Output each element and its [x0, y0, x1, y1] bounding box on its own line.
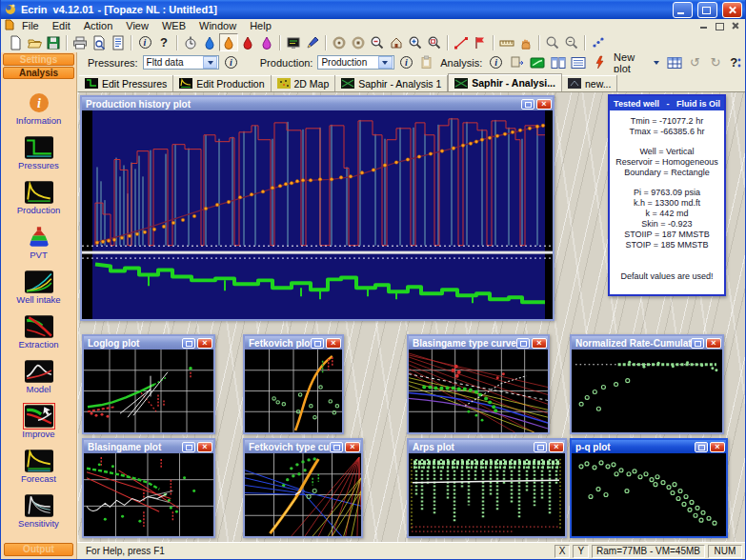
close-button[interactable]: × [532, 338, 547, 349]
blasingame-type-canvas[interactable] [409, 350, 548, 432]
copy-analysis-icon[interactable] [508, 53, 526, 71]
magenta-drop-icon[interactable] [257, 33, 276, 51]
close-button[interactable]: × [536, 99, 552, 110]
grid-icon[interactable] [665, 53, 683, 71]
close-button[interactable]: × [345, 442, 360, 452]
document-icon[interactable] [4, 19, 15, 32]
close-button[interactable]: × [326, 338, 341, 349]
sidebar-item-sensitivity[interactable]: Sensitivity [1, 494, 76, 539]
sidebar-item-well-intake[interactable]: Well intake [1, 270, 76, 315]
sidebar-item-extraction[interactable]: Extraction [1, 315, 76, 360]
orange-drop-icon[interactable] [219, 33, 238, 51]
maximize-button[interactable] [516, 338, 530, 349]
tab-saphir-analysis-2[interactable]: Saphir - Analysi... [448, 73, 562, 91]
close-button[interactable] [722, 2, 742, 18]
blasingame-canvas[interactable] [84, 453, 213, 536]
magnifier-minus-icon[interactable] [543, 33, 562, 51]
analysis-info-icon[interactable]: i [487, 53, 505, 71]
sidebar-tab-analysis[interactable]: Analysis [3, 67, 74, 79]
flag-icon[interactable] [471, 33, 490, 51]
blasingame-titlebar[interactable]: Blasingame plot × [84, 440, 213, 453]
print-preview-icon[interactable] [90, 33, 109, 51]
tab-new[interactable]: new... [562, 75, 617, 91]
restore-button[interactable] [697, 2, 717, 18]
close-button[interactable]: × [197, 338, 212, 349]
window-panes-icon[interactable] [549, 53, 567, 71]
maximize-button[interactable] [182, 442, 195, 452]
normalized-titlebar[interactable]: Normalized Rate-Cumulative × [572, 336, 722, 350]
close-button[interactable]: × [706, 338, 721, 349]
sidebar-item-information[interactable]: i Information [1, 91, 76, 136]
menu-window[interactable]: Window [192, 20, 243, 31]
maximize-button[interactable] [182, 338, 195, 349]
stopwatch-qaqc-icon[interactable] [181, 33, 200, 51]
zoom-window-icon[interactable] [425, 33, 444, 51]
pq-canvas[interactable] [572, 453, 726, 536]
report-icon[interactable] [109, 33, 128, 51]
sidebar-item-pressures[interactable]: Pressures [1, 136, 76, 181]
maximize-button[interactable] [330, 442, 343, 452]
arps-canvas[interactable] [409, 453, 565, 536]
maximize-button[interactable] [534, 442, 547, 452]
production-info-icon[interactable]: i [397, 53, 415, 71]
production-select[interactable]: Production [317, 55, 394, 70]
sidebar-item-model[interactable]: Model [1, 360, 76, 405]
get-points-icon[interactable] [589, 33, 608, 51]
loglog-titlebar[interactable]: Loglog plot × [84, 336, 213, 350]
sidebar-item-forecast[interactable]: Forecast [1, 450, 76, 494]
menu-edit[interactable]: Edit [46, 20, 77, 31]
blue-drop-icon[interactable] [200, 33, 219, 51]
redo-icon[interactable]: ↻ [707, 53, 725, 71]
new-file-icon[interactable] [6, 33, 25, 51]
pan-hand-icon[interactable] [516, 33, 535, 51]
pressures-select[interactable]: Fltd data [143, 55, 220, 70]
child-minimize-button[interactable] [697, 20, 712, 31]
lightning-icon[interactable] [590, 53, 608, 71]
chevron-down-icon[interactable] [378, 56, 393, 69]
tab-edit-production[interactable]: Edit Production [173, 75, 271, 91]
sidebar-item-pvt[interactable]: PVT [1, 226, 76, 270]
child-close-button[interactable] [728, 20, 742, 31]
close-button[interactable]: × [197, 442, 212, 452]
zoom-home-icon[interactable] [387, 33, 406, 51]
sidebar-tab-settings[interactable]: Settings [3, 53, 74, 66]
undo-icon[interactable]: ↺ [686, 53, 704, 71]
save-icon[interactable] [44, 33, 63, 51]
fetkovich-canvas[interactable] [245, 350, 342, 432]
production-history-canvas[interactable] [82, 110, 553, 319]
green-plot-icon[interactable] [529, 53, 547, 71]
arps-titlebar[interactable]: Arps plot × [409, 440, 565, 453]
zoom-in-icon[interactable] [406, 33, 425, 51]
menu-file[interactable]: File [15, 20, 46, 31]
chevron-down-icon[interactable] [203, 56, 217, 69]
maximize-button[interactable] [691, 338, 704, 349]
normalized-canvas[interactable] [572, 350, 722, 432]
tab-saphir-analysis-1[interactable]: Saphir - Analysis 1 [335, 75, 448, 91]
fetkovich-titlebar[interactable]: Fetkovich plot × [245, 336, 342, 350]
menu-action[interactable]: Action [77, 20, 120, 31]
sidebar-item-production[interactable]: Production [1, 181, 76, 226]
help-icon[interactable]: ? [154, 33, 173, 51]
menu-web[interactable]: WEB [155, 20, 192, 31]
scale-icon[interactable] [497, 33, 516, 51]
minimize-button[interactable] [673, 2, 693, 18]
snapshot-icon[interactable] [330, 33, 349, 51]
camera-icon[interactable] [349, 33, 368, 51]
close-button[interactable]: × [710, 442, 725, 452]
maximize-button[interactable] [521, 99, 534, 110]
pressures-info-icon[interactable]: i [222, 53, 240, 71]
tab-edit-pressures[interactable]: Edit Pressures [79, 75, 173, 91]
open-folder-icon[interactable] [25, 33, 44, 51]
close-button[interactable]: × [549, 442, 564, 452]
console-icon[interactable] [284, 33, 303, 51]
info-icon[interactable]: i [135, 33, 154, 51]
new-plot-button[interactable]: New plot [611, 51, 662, 74]
tab-2d-map[interactable]: 2D Map [272, 75, 336, 91]
maximize-button[interactable] [311, 338, 324, 349]
magnifier-plus-icon[interactable] [562, 33, 581, 51]
child-restore-button[interactable] [713, 20, 727, 31]
menu-view[interactable]: View [119, 20, 155, 31]
pen-icon[interactable] [303, 33, 322, 51]
fetkovich-type-canvas[interactable] [245, 453, 361, 536]
blasingame-type-titlebar[interactable]: Blasingame type curve ... × [409, 336, 548, 350]
